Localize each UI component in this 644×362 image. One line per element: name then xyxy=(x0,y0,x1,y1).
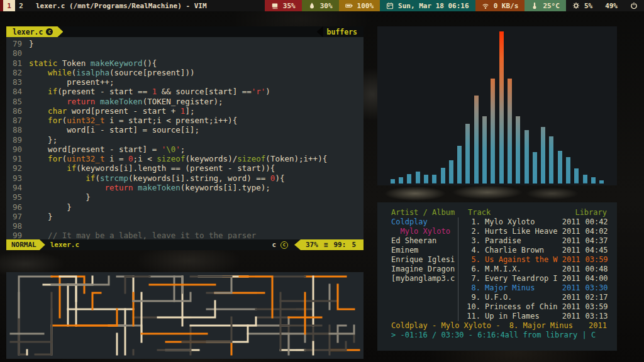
track-title: Mylo Xyloto xyxy=(480,217,558,227)
now-playing-bar: Coldplay - Mylo Xyloto - 8. Major Minus … xyxy=(391,321,607,331)
line-number: 87 xyxy=(6,116,29,125)
artist-item[interactable]: Enrique Iglesi xyxy=(391,255,458,265)
code-line[interactable]: 87 for(uint32_t i = start;i < present;i+… xyxy=(6,116,364,125)
track-row[interactable]: 2.Hurts Like Heave201104:02 xyxy=(463,227,608,236)
artist-item[interactable]: Coldplay xyxy=(391,217,458,227)
gear-icon xyxy=(572,2,580,9)
track-row[interactable]: 7.Every Teardrop I201104:00 xyxy=(463,274,608,283)
code-line[interactable]: 94 return makeToken(keywords[i].type); xyxy=(6,183,364,192)
track-row[interactable]: 11.Up in Flames201103:13 xyxy=(463,312,608,321)
widget-cpu[interactable]: 5% xyxy=(566,0,599,11)
line-number: 83 xyxy=(6,77,29,87)
code-line-text: // It may be a label, leave it to the pa… xyxy=(29,231,256,239)
chevron-left-icon xyxy=(317,26,323,37)
visualizer-bar xyxy=(549,136,553,184)
widget-value: 0 KB/s xyxy=(494,2,519,10)
line-number: 95 xyxy=(6,192,29,202)
track-row[interactable]: 10.Princess of Chin201103:59 xyxy=(463,302,608,312)
track-row[interactable]: 4.Charlie Brown201104:45 xyxy=(463,246,608,255)
widget-power[interactable] xyxy=(624,0,644,11)
code-line[interactable]: 95 } xyxy=(6,192,364,202)
code-line[interactable]: 88 word[i - start] = source[i]; xyxy=(6,125,364,134)
widget-value: 25°C xyxy=(543,2,560,10)
track-number: 6. xyxy=(463,265,480,274)
artist-item[interactable]: [mybanglamp3.c xyxy=(391,274,458,283)
pipe-segment xyxy=(125,277,150,293)
code-line[interactable]: 79} xyxy=(6,39,364,48)
code-line[interactable]: 99 // It may be a label, leave it to the… xyxy=(6,231,364,239)
code-line[interactable]: 80 xyxy=(6,48,364,58)
code-line[interactable]: 86 char word[present - start + 1]; xyxy=(6,106,364,116)
column-track: Track xyxy=(463,208,575,217)
code-line[interactable]: 90 word[present - start] = '\0'; xyxy=(6,145,364,154)
buffers-label[interactable]: buffers xyxy=(323,26,364,37)
line-number: 88 xyxy=(6,125,29,134)
artist-item[interactable]: Eminem xyxy=(391,246,458,255)
column-artist-album: Artist / Album xyxy=(391,208,463,217)
line-number: 80 xyxy=(6,48,29,58)
widget-battery[interactable]: 100% xyxy=(339,0,380,11)
audio-visualizer-panel xyxy=(377,26,617,185)
visualizer-bar xyxy=(516,116,520,184)
code-line[interactable]: 93 if(strcmp(keywords[i].string, word) =… xyxy=(6,173,364,183)
track-row[interactable]: 3.Paradise201104:37 xyxy=(463,236,608,246)
visualizer-bar xyxy=(441,168,445,184)
track-title: M.M.I.X. xyxy=(480,265,558,274)
code-line[interactable]: 85 return makeToken(TOKEN_register); xyxy=(6,97,364,106)
pipe-segment xyxy=(280,334,305,342)
tab-lexer-c[interactable]: lexer.c c xyxy=(6,26,63,37)
code-line[interactable]: 98 xyxy=(6,221,364,231)
code-line[interactable]: 82 while(isalpha(source[present])) xyxy=(6,68,364,77)
workspace-1[interactable]: 1 xyxy=(3,0,15,11)
track-number: 4. xyxy=(463,246,480,255)
code-line-text: if(keywords[i].length == (present - star… xyxy=(29,163,275,173)
c-filetype-icon: c xyxy=(46,28,53,35)
widget-network[interactable]: 0 KB/s xyxy=(475,0,525,11)
pipe-segment xyxy=(338,285,354,309)
memory-icon xyxy=(271,2,279,9)
code-line[interactable]: 83 present++; xyxy=(6,77,364,87)
widget-datetime[interactable]: Sun, Mar 18 06:16 xyxy=(380,0,475,11)
artist-item[interactable]: Ed Sheeran xyxy=(391,236,458,246)
workspace-2[interactable]: 2 xyxy=(15,0,27,11)
track-row[interactable]: 5.Us Against the W201103:59 xyxy=(463,255,608,265)
code-line[interactable]: 96 } xyxy=(6,202,364,212)
code-line[interactable]: 92 if(keywords[i].length == (present - s… xyxy=(6,163,364,173)
line-number: 94 xyxy=(6,183,29,192)
track-time: 03:13 xyxy=(580,312,608,321)
visualizer-bar xyxy=(391,179,395,184)
code-area[interactable]: 79}8081static Token makeKeyword(){82 whi… xyxy=(6,37,364,239)
widget-value: 49% xyxy=(605,2,618,10)
track-year: 2011 xyxy=(558,227,580,236)
widget-memory[interactable]: 35% xyxy=(265,0,302,11)
widget-temperature[interactable]: 25°C xyxy=(525,0,566,11)
now-playing-text: Coldplay - Mylo Xyloto - 8. Major Minus xyxy=(391,321,573,331)
artist-item[interactable]: Mylo Xyloto xyxy=(391,227,458,236)
track-year: 2011 xyxy=(558,274,580,283)
visualizer-bar xyxy=(449,160,453,184)
code-line[interactable]: 81static Token makeKeyword(){ xyxy=(6,58,364,68)
pipes-screensaver-panel xyxy=(6,272,364,359)
code-line[interactable]: 91 for(uint32_t i = 0;i < sizeof(keyword… xyxy=(6,154,364,163)
visualizer-bar xyxy=(508,79,512,184)
column-library: Library xyxy=(575,208,607,217)
track-row[interactable]: 9.U.F.O.201102:17 xyxy=(463,293,608,302)
track-row[interactable]: 1.Mylo Xyloto201100:42 xyxy=(463,217,608,227)
code-line[interactable]: 97 } xyxy=(6,212,364,221)
track-row[interactable]: 6.M.M.I.X.201100:48 xyxy=(463,265,608,274)
cursor-position-segment: 37% ≡ 99: 5 xyxy=(294,239,364,250)
code-line[interactable]: 84 if(present - start == 1 && source[sta… xyxy=(6,87,364,96)
track-row[interactable]: 8.Major Minus201103:30 xyxy=(463,283,608,293)
code-line-text: if(strcmp(keywords[i].string, word) == 0… xyxy=(29,173,284,183)
widget-disk-usage[interactable]: 30% xyxy=(302,0,339,11)
visualizer-bar xyxy=(499,31,504,184)
power-icon xyxy=(630,2,638,9)
track-time: 04:45 xyxy=(580,246,608,255)
visualizer-bar xyxy=(491,79,495,184)
code-line-text: static Token makeKeyword(){ xyxy=(29,58,157,68)
pipe-segment xyxy=(19,301,27,354)
code-line[interactable]: 89 }; xyxy=(6,135,364,145)
line-number: 90 xyxy=(6,145,29,154)
widget-ram[interactable]: 49% xyxy=(599,0,624,11)
artist-item[interactable]: Imagine Dragon xyxy=(391,265,458,274)
